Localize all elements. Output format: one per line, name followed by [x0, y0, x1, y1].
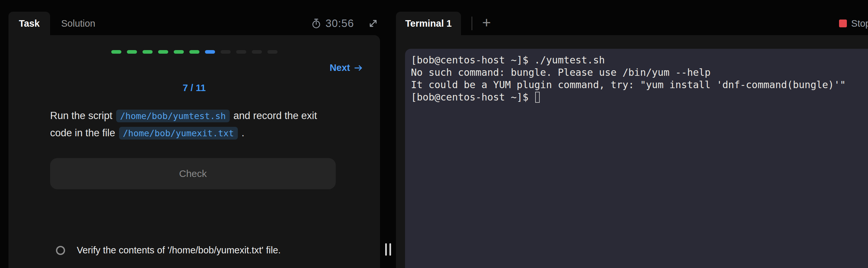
progress-dash [174, 50, 184, 54]
drag-handle-bar [390, 243, 391, 256]
progress-dash [143, 50, 153, 54]
terminal-line: [bob@centos-host ~]$ ./yumtest.sh [411, 54, 862, 66]
progress-dash [221, 50, 231, 54]
progress-dash [205, 50, 215, 54]
progress-dash [111, 50, 121, 54]
terminal-output[interactable]: [bob@centos-host ~]$ ./yumtest.shNo such… [405, 49, 868, 268]
drag-handle-bar [385, 243, 387, 256]
task-description: Run the script /home/bob/yumtest.sh and … [50, 107, 340, 142]
progress-dash [252, 50, 262, 54]
verify-item-row: Verify the contents of '/home/bob/yumexi… [56, 245, 281, 256]
check-button-label: Check [179, 168, 207, 179]
progress-counter: 7 / 11 [8, 82, 380, 93]
terminal-line: [bob@centos-host ~]$ [411, 91, 862, 103]
stop-button-label: Stop [851, 18, 868, 29]
next-button-label: Next [330, 62, 350, 73]
drag-handle-icon[interactable] [385, 243, 391, 256]
progress-dash [189, 50, 199, 54]
task-pane: Task Solution 30:56 [8, 12, 380, 268]
tab-solution-label: Solution [61, 18, 95, 29]
stop-button[interactable]: Stop [839, 18, 868, 29]
terminal-line: It could be a YUM plugin command, try: "… [411, 79, 862, 91]
tabbar-divider [471, 16, 472, 30]
new-terminal-button[interactable]: + [482, 15, 491, 32]
terminal-pane-body: [bob@centos-host ~]$ ./yumtest.shNo such… [396, 35, 868, 268]
task-panel-body: Next 7 / 11 Run the script /home/bob/yum… [8, 35, 380, 268]
tab-terminal-1[interactable]: Terminal 1 [396, 12, 461, 35]
app-root: { "colors": { "page_bg": "#050505", "pan… [0, 0, 868, 268]
tab-task[interactable]: Task [8, 12, 50, 35]
timer-value: 30:56 [326, 17, 354, 30]
progress-dash [127, 50, 137, 54]
task-text-segment: . [239, 127, 244, 139]
task-pane-tabbar: Task Solution 30:56 [8, 12, 380, 35]
terminal-line: No such command: bungle. Please use /bin… [411, 66, 862, 79]
expand-icon[interactable] [368, 18, 379, 29]
tab-terminal-1-label: Terminal 1 [405, 18, 452, 29]
stop-square-icon [839, 20, 847, 27]
stopwatch-icon [311, 18, 321, 29]
progress-dash [158, 50, 168, 54]
task-text-segment: Run the script [50, 110, 115, 121]
inline-code-chip: /home/bob/yumexit.txt [119, 127, 238, 139]
progress-dash [236, 50, 246, 54]
arrow-right-icon [354, 64, 363, 72]
terminal-pane: Terminal 1 + Stop [bob@centos-host ~]$ .… [396, 12, 868, 268]
terminal-tabbar: Terminal 1 + Stop [396, 12, 868, 35]
terminal-cursor [535, 92, 540, 103]
verify-item-text: Verify the contents of '/home/bob/yumexi… [77, 245, 281, 256]
progress-dash [268, 50, 278, 54]
tab-task-label: Task [19, 18, 40, 29]
next-button[interactable]: Next [330, 62, 363, 73]
tab-solution[interactable]: Solution [61, 12, 95, 35]
check-button[interactable]: Check [50, 158, 336, 189]
timer-group: 30:56 [311, 12, 380, 35]
progress-dashes [8, 50, 380, 54]
radio-circle-icon[interactable] [56, 246, 65, 255]
inline-code-chip: /home/bob/yumtest.sh [116, 110, 230, 122]
